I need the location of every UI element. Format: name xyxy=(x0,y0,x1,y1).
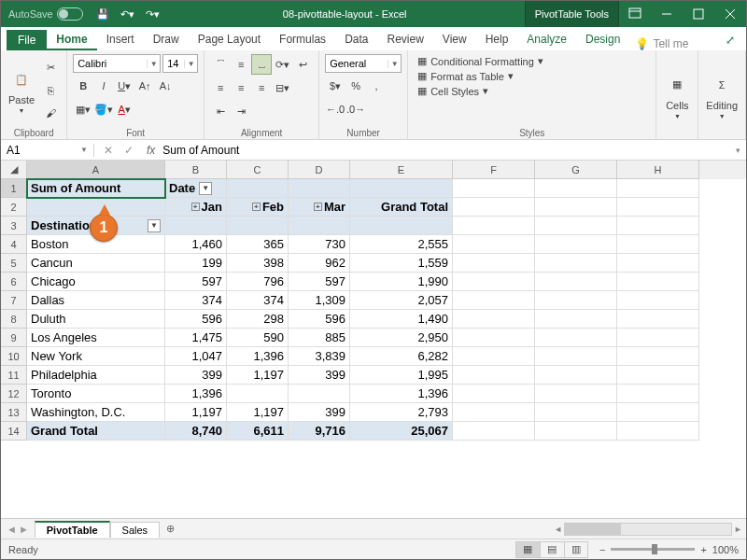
minimize-icon[interactable] xyxy=(651,1,683,27)
pivot-value-cell[interactable]: 2,057 xyxy=(350,291,453,310)
increase-indent-icon[interactable]: ⇥ xyxy=(231,101,251,121)
pivot-value-cell[interactable]: 199 xyxy=(165,254,227,273)
grow-font-button[interactable]: A↑ xyxy=(134,76,155,96)
cell[interactable] xyxy=(27,198,165,217)
align-right-icon[interactable]: ≡ xyxy=(251,77,272,98)
paste-button[interactable]: 📋 Paste▼ xyxy=(7,64,36,116)
cell[interactable] xyxy=(617,273,699,291)
pivot-value-cell[interactable]: 596 xyxy=(165,310,227,329)
cell[interactable] xyxy=(535,385,617,403)
tab-pagelayout[interactable]: Page Layout xyxy=(189,29,270,50)
row-header[interactable]: 4 xyxy=(1,235,27,254)
cell[interactable] xyxy=(617,422,699,441)
row-header[interactable]: 6 xyxy=(1,273,27,291)
tab-design[interactable]: Design xyxy=(576,29,629,50)
sheet-tab[interactable]: Sales xyxy=(110,522,161,538)
copy-icon[interactable]: ⎘ xyxy=(40,80,61,101)
pivot-grandtotal-header[interactable]: Grand Total xyxy=(350,198,453,217)
tab-help[interactable]: Help xyxy=(476,29,518,50)
worksheet-grid[interactable]: ◢ A B C D E F G H 1Sum of AmountDate▼2+J… xyxy=(1,161,746,518)
cell[interactable] xyxy=(535,403,617,422)
tab-file[interactable]: File xyxy=(7,30,47,50)
tab-home[interactable]: Home xyxy=(47,29,96,50)
cell[interactable] xyxy=(453,385,535,403)
pivot-grandtotal-value[interactable]: 9,716 xyxy=(289,422,350,441)
pivot-value-cell[interactable]: 3,839 xyxy=(289,347,350,366)
filter-dropdown-icon[interactable]: ▼ xyxy=(148,219,161,232)
pivot-grandtotal-value[interactable]: 8,740 xyxy=(165,422,227,441)
cell[interactable] xyxy=(535,179,617,198)
cell[interactable] xyxy=(617,329,699,347)
pivot-value-cell[interactable]: 1,197 xyxy=(165,403,227,422)
align-bottom-icon[interactable]: ⎵ xyxy=(251,54,272,75)
cell[interactable] xyxy=(227,217,289,235)
expand-icon[interactable]: + xyxy=(191,203,200,211)
cell[interactable] xyxy=(617,217,699,235)
row-header[interactable]: 11 xyxy=(1,366,27,385)
decrease-indent-icon[interactable]: ⇤ xyxy=(210,101,231,121)
tab-data[interactable]: Data xyxy=(335,29,377,50)
bold-button[interactable]: B xyxy=(73,76,93,96)
editing-button[interactable]: ΣEditing▼ xyxy=(704,70,740,121)
pivot-value-cell[interactable]: 365 xyxy=(227,235,289,254)
cell[interactable] xyxy=(453,310,535,329)
row-header[interactable]: 14 xyxy=(1,422,27,441)
cell[interactable] xyxy=(227,179,289,198)
pivot-grandtotal-label[interactable]: Grand Total xyxy=(27,422,165,441)
cell[interactable] xyxy=(617,179,699,198)
pivot-value-cell[interactable]: 1,309 xyxy=(289,291,350,310)
pivot-row-label[interactable]: Philadelphia xyxy=(27,366,165,385)
tab-draw[interactable]: Draw xyxy=(144,29,189,50)
formula-input[interactable]: Sum of Amount xyxy=(159,144,730,157)
italic-button[interactable]: I xyxy=(93,76,114,96)
cell[interactable] xyxy=(453,329,535,347)
pivot-value-cell[interactable] xyxy=(289,385,350,403)
tab-view[interactable]: View xyxy=(433,29,476,50)
pivot-value-cell[interactable]: 399 xyxy=(165,366,227,385)
pivot-summary-cell[interactable]: Sum of Amount xyxy=(27,179,165,198)
select-all-corner[interactable]: ◢ xyxy=(1,161,27,179)
pivot-value-cell[interactable]: 1,995 xyxy=(350,366,453,385)
currency-icon[interactable]: $▾ xyxy=(325,76,345,96)
cell[interactable] xyxy=(453,217,535,235)
pivot-value-cell[interactable]: 1,490 xyxy=(350,310,453,329)
tab-review[interactable]: Review xyxy=(377,29,432,50)
pivot-value-cell[interactable]: 1,197 xyxy=(227,403,289,422)
pivot-value-cell[interactable]: 6,282 xyxy=(350,347,453,366)
pivot-value-cell[interactable]: 1,475 xyxy=(165,329,227,347)
pivot-value-cell[interactable]: 1,460 xyxy=(165,235,227,254)
pivot-value-cell[interactable]: 398 xyxy=(227,254,289,273)
zoom-out-button[interactable]: − xyxy=(599,544,605,555)
pivot-value-cell[interactable]: 597 xyxy=(289,273,350,291)
close-icon[interactable] xyxy=(714,1,746,27)
cell[interactable] xyxy=(453,366,535,385)
cell[interactable] xyxy=(617,198,699,217)
enter-icon[interactable]: ✓ xyxy=(119,144,139,157)
pivot-row-label[interactable]: Los Angeles xyxy=(27,329,165,347)
zoom-level[interactable]: 100% xyxy=(712,544,739,555)
pivot-value-cell[interactable]: 374 xyxy=(227,291,289,310)
format-as-table-button[interactable]: ▦Format as Table▾ xyxy=(414,69,517,83)
pivot-row-label[interactable]: Chicago xyxy=(27,273,165,291)
pivot-row-label[interactable]: Washington, D.C. xyxy=(27,403,165,422)
col-header[interactable]: C xyxy=(227,161,289,179)
row-header[interactable]: 10 xyxy=(1,347,27,366)
horizontal-scrollbar[interactable]: ◄ ► xyxy=(554,523,746,536)
font-name-dropdown[interactable]: ▼ xyxy=(73,54,161,73)
pivot-value-cell[interactable]: 374 xyxy=(165,291,227,310)
pivot-value-cell[interactable]: 1,396 xyxy=(227,347,289,366)
cell[interactable] xyxy=(617,366,699,385)
undo-icon[interactable]: ↶▾ xyxy=(115,8,140,21)
pivot-value-cell[interactable]: 1,559 xyxy=(350,254,453,273)
cell[interactable] xyxy=(617,310,699,329)
shrink-font-button[interactable]: A↓ xyxy=(155,76,176,96)
underline-button[interactable]: U▾ xyxy=(114,76,134,96)
pivot-value-cell[interactable]: 1,197 xyxy=(227,366,289,385)
cell[interactable] xyxy=(289,217,350,235)
tab-insert[interactable]: Insert xyxy=(97,29,144,50)
normal-view-icon[interactable]: ▦ xyxy=(515,541,540,558)
sheet-tab[interactable]: PivotTable xyxy=(35,521,110,538)
expand-icon[interactable]: + xyxy=(252,203,261,211)
cell[interactable] xyxy=(535,347,617,366)
fill-color-button[interactable]: 🪣▾ xyxy=(93,99,114,119)
